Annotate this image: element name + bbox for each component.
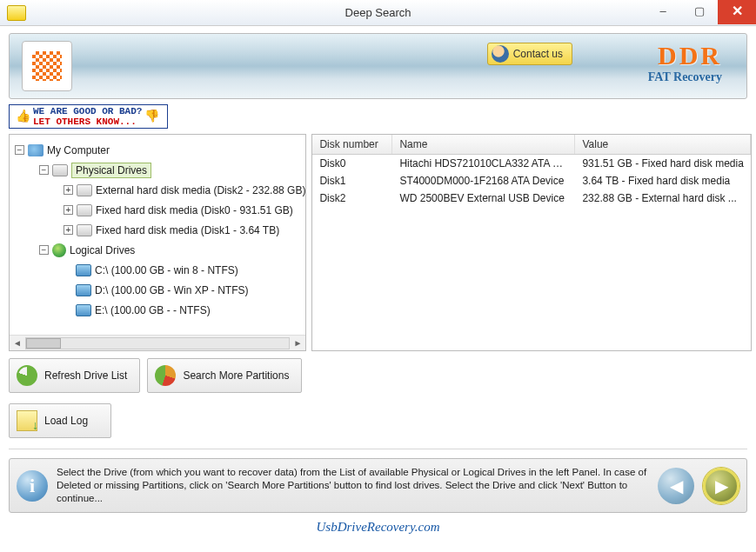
tree-item-label: Fixed hard disk media (Disk1 - 3.64 TB) <box>96 224 279 236</box>
footer-link[interactable]: UsbDriveRecovery.com <box>0 520 756 535</box>
window-title: Deep Search <box>345 6 411 19</box>
drive-icon <box>77 204 92 216</box>
tree-item-label: External hard disk media (Disk2 - 232.88… <box>96 184 305 196</box>
tree-root[interactable]: − My Computer <box>15 140 305 160</box>
tree-item-label: Fixed hard disk media (Disk0 - 931.51 GB… <box>96 204 293 216</box>
tree-root-label: My Computer <box>47 144 110 156</box>
collapse-icon[interactable]: − <box>39 245 49 255</box>
table-header: Disk number Name Value <box>312 135 750 155</box>
separator <box>9 449 747 449</box>
drive-icon <box>77 224 92 236</box>
info-icon: i <box>17 470 48 502</box>
tree-item-label: D:\ (100.00 GB - Win XP - NTFS) <box>95 284 248 296</box>
refresh-icon <box>17 365 37 386</box>
col-name[interactable]: Name <box>392 135 575 154</box>
back-button[interactable]: ◀ <box>658 468 694 504</box>
contact-avatar-icon <box>492 45 509 63</box>
scroll-left-icon[interactable]: ◄ <box>10 338 25 348</box>
tree-horizontal-scrollbar[interactable]: ◄ ► <box>10 335 305 350</box>
thumbs-down-icon: 👎 <box>144 111 159 122</box>
logo-box <box>22 41 72 91</box>
col-value[interactable]: Value <box>575 135 750 154</box>
volume-icon <box>76 284 91 296</box>
tree-physical-label: Physical Drives <box>71 163 151 178</box>
tree-item[interactable]: + Fixed hard disk media (Disk0 - 931.51 … <box>15 200 305 220</box>
collapse-icon[interactable]: − <box>39 165 49 175</box>
tree-logical-label: Logical Drives <box>70 244 135 256</box>
brand-title: DDR <box>648 41 722 70</box>
expand-icon[interactable]: + <box>64 185 73 195</box>
contact-label: Contact us <box>513 48 563 60</box>
logo-pattern-icon <box>32 51 62 81</box>
tree-physical-drives[interactable]: − Physical Drives <box>15 160 305 180</box>
minimize-button[interactable]: – <box>645 2 681 21</box>
globe-icon <box>52 243 66 257</box>
tree-item[interactable]: C:\ (100.00 GB - win 8 - NTFS) <box>15 260 305 280</box>
maximize-button[interactable]: ▢ <box>681 2 718 21</box>
tree-logical-drives[interactable]: − Logical Drives <box>15 240 305 260</box>
pie-chart-icon <box>155 365 176 386</box>
log-file-icon <box>17 410 37 431</box>
tree-item[interactable]: + External hard disk media (Disk2 - 232.… <box>15 180 305 200</box>
load-log-button[interactable]: Load Log <box>9 403 111 438</box>
volume-icon <box>76 264 91 276</box>
volume-icon <box>76 304 91 316</box>
expand-icon[interactable]: + <box>64 205 73 215</box>
tree-item[interactable]: D:\ (100.00 GB - Win XP - NTFS) <box>15 280 305 300</box>
feedback-line1: WE ARE GOOD OR BAD? <box>33 106 142 116</box>
drive-tree-panel: − My Computer − Physical Drives + Extern… <box>9 134 306 351</box>
next-button[interactable]: ▶ <box>703 468 739 504</box>
load-label: Load Log <box>44 415 88 427</box>
collapse-icon[interactable]: − <box>15 145 24 155</box>
search-more-partitions-button[interactable]: Search More Partitions <box>147 358 302 393</box>
computer-icon <box>28 144 43 156</box>
titlebar: Deep Search – ▢ ✕ <box>0 0 756 26</box>
table-row[interactable]: Disk2 WD 2500BEV External USB Device 232… <box>312 190 750 207</box>
scroll-right-icon[interactable]: ► <box>290 338 305 348</box>
refresh-drive-list-button[interactable]: Refresh Drive List <box>9 358 140 393</box>
feedback-banner[interactable]: 👍 WE ARE GOOD OR BAD? LET OTHERS KNOW...… <box>9 104 168 129</box>
search-label: Search More Partitions <box>183 369 289 382</box>
col-disk-number[interactable]: Disk number <box>312 135 392 154</box>
app-icon <box>7 5 26 21</box>
tree-item[interactable]: E:\ (100.00 GB - - NTFS) <box>15 300 305 320</box>
close-button[interactable]: ✕ <box>718 0 756 24</box>
scroll-thumb[interactable] <box>26 338 61 349</box>
expand-icon[interactable]: + <box>64 225 73 235</box>
drive-icon <box>52 164 68 176</box>
table-row[interactable]: Disk0 Hitachi HDS721010CLA332 ATA Device… <box>312 155 750 172</box>
table-row[interactable]: Disk1 ST4000DM000-1F2168 ATA Device 3.64… <box>312 172 750 190</box>
drive-icon <box>77 184 92 196</box>
brand-subtitle: FAT Recovery <box>648 70 722 84</box>
thumbs-up-icon: 👍 <box>16 111 30 122</box>
refresh-label: Refresh Drive List <box>44 369 127 382</box>
instructions-text: Select the Drive (from which you want to… <box>57 466 649 505</box>
tree-item-label: E:\ (100.00 GB - - NTFS) <box>95 304 211 316</box>
feedback-line2: LET OTHERS KNOW... <box>33 116 137 127</box>
instructions-bar: i Select the Drive (from which you want … <box>9 458 747 513</box>
header-banner: Contact us DDR FAT Recovery <box>9 33 747 99</box>
contact-us-button[interactable]: Contact us <box>487 43 572 65</box>
disk-table-panel: Disk number Name Value Disk0 Hitachi HDS… <box>311 134 751 351</box>
tree-item-label: C:\ (100.00 GB - win 8 - NTFS) <box>95 264 238 276</box>
tree-item[interactable]: + Fixed hard disk media (Disk1 - 3.64 TB… <box>15 220 305 240</box>
